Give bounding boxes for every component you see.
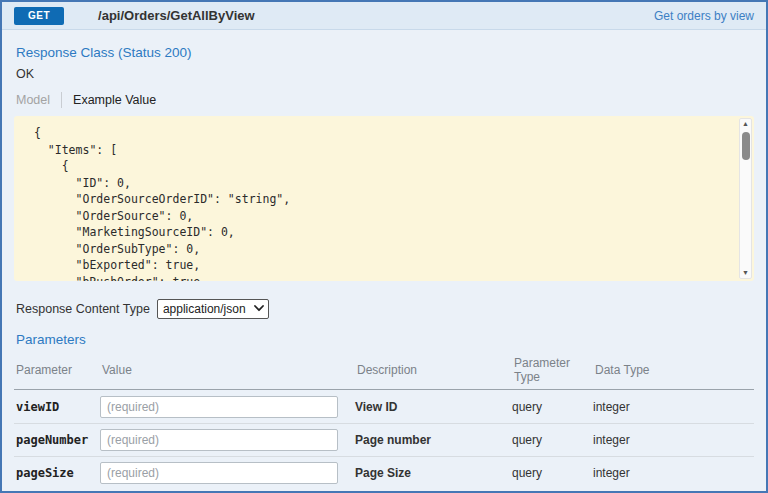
- parameter-data-type: integer: [593, 466, 754, 480]
- response-tabs: Model Example Value: [16, 92, 752, 108]
- example-json-text: { "Items": [ { "ID": 0, "OrderSourceOrde…: [14, 116, 754, 281]
- pagenumber-value-input[interactable]: [100, 429, 338, 451]
- parameter-description: View ID: [355, 400, 512, 414]
- parameter-description: Page number: [355, 433, 512, 447]
- table-row-pagenumber: pageNumber Page number query integer: [14, 423, 754, 456]
- parameters-table-header: Parameter Value Description Parameter Ty…: [14, 352, 754, 390]
- endpoint-path[interactable]: /api/Orders/GetAllByView: [98, 8, 255, 23]
- response-class-title: Response Class (Status 200): [16, 45, 752, 61]
- response-content-type-select-wrap: application/json: [157, 299, 269, 319]
- operation-summary-link[interactable]: Get orders by view: [654, 9, 754, 23]
- parameter-data-type: integer: [593, 400, 754, 414]
- scrollbar-up-icon[interactable]: ▲: [740, 119, 751, 129]
- example-value-code-block: { "Items": [ { "ID": 0, "OrderSourceOrde…: [14, 116, 754, 281]
- parameter-name: viewID: [14, 400, 100, 414]
- code-scrollbar[interactable]: ▲ ▼: [739, 118, 752, 279]
- pagesize-value-input[interactable]: [100, 462, 338, 484]
- tab-example-value[interactable]: Example Value: [73, 93, 156, 107]
- parameters-table: Parameter Value Description Parameter Ty…: [14, 352, 754, 489]
- viewid-value-input[interactable]: [100, 396, 338, 418]
- operation-header[interactable]: GET /api/Orders/GetAllByView Get orders …: [2, 2, 766, 30]
- scrollbar-down-icon[interactable]: ▼: [740, 268, 751, 278]
- table-row-pagesize: pageSize Page Size query integer: [14, 456, 754, 489]
- column-header-parameter: Parameter: [14, 363, 100, 377]
- parameter-type: query: [512, 466, 593, 480]
- parameter-name: pageSize: [14, 466, 100, 480]
- response-content-type-select[interactable]: application/json: [157, 299, 269, 319]
- parameter-description: Page Size: [355, 466, 512, 480]
- operation-body: Response Class (Status 200) OK Model Exa…: [2, 45, 766, 493]
- column-header-description: Description: [355, 363, 512, 377]
- column-header-value: Value: [100, 363, 355, 377]
- column-header-parameter-type: Parameter Type: [512, 356, 593, 384]
- tab-model[interactable]: Model: [16, 93, 50, 107]
- parameter-data-type: integer: [593, 433, 754, 447]
- parameter-type: query: [512, 433, 593, 447]
- table-row-viewid: viewID View ID query integer: [14, 390, 754, 423]
- swagger-operation-panel: GET /api/Orders/GetAllByView Get orders …: [0, 0, 768, 493]
- column-header-data-type: Data Type: [593, 363, 754, 377]
- tab-divider: [61, 92, 62, 108]
- parameters-title: Parameters: [16, 332, 752, 348]
- http-method-badge: GET: [14, 7, 64, 25]
- response-content-type-label: Response Content Type: [16, 302, 150, 316]
- parameter-name: pageNumber: [14, 433, 100, 447]
- response-status-text: OK: [16, 67, 752, 81]
- parameter-type: query: [512, 400, 593, 414]
- scrollbar-thumb[interactable]: [742, 132, 750, 160]
- response-content-type-row: Response Content Type application/json: [16, 299, 752, 319]
